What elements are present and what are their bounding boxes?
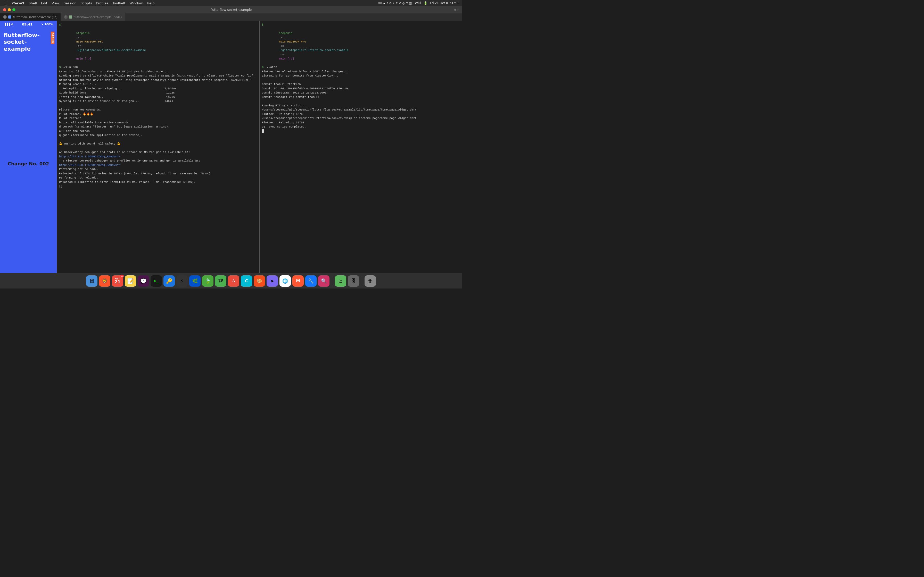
- phone-app-title: flutterflow-socket-example: [0, 28, 57, 54]
- dock-maps[interactable]: 🗺: [215, 276, 226, 287]
- term-right-blank1: [262, 78, 460, 82]
- term-right-commit-id: Commit ID: 06cb29e856f6b6cad500090721d94…: [262, 87, 460, 91]
- dock-trash[interactable]: 🗑: [365, 276, 376, 287]
- phone-content: Change No. 002: [0, 54, 57, 273]
- term-right-cmd: $ ./watch: [262, 65, 460, 69]
- dock-artstudio[interactable]: A: [228, 276, 239, 287]
- term-left-null: 💪 Running with sound null safety 💪: [59, 142, 257, 146]
- dock-miro[interactable]: M: [292, 276, 304, 287]
- wifi-status: WiFi: [415, 1, 421, 5]
- phone-signal: ▐▐▐ ⊕: [3, 23, 13, 26]
- term-left-prompt2: stepanic at ms16-MacBook-Pro in ~/git/st…: [59, 27, 257, 65]
- term-left-l14: c Clear the screen: [59, 129, 257, 134]
- tab-node[interactable]: ✕ flutterflow-socket-example (node): [61, 13, 125, 21]
- dock-notes[interactable]: 📝: [125, 276, 136, 287]
- menubar:  iTerm2 Shell Edit View Session Scripts…: [0, 0, 462, 6]
- tab-lib-label: flutterflow-socket-example (lib): [13, 15, 58, 19]
- term-left-reloaded1: Reloaded 1 of 1174 libraries in 447ms (c…: [59, 172, 257, 176]
- term-right-prompt1: $: [262, 23, 460, 27]
- dock-xcode[interactable]: 🔧: [305, 276, 317, 287]
- dock-fileapp[interactable]: 🗄: [348, 276, 359, 287]
- traffic-lights: [3, 8, 16, 11]
- dock-rquickey[interactable]: 🔍: [318, 276, 330, 287]
- term-left-reload1: Performing hot reload...: [59, 167, 257, 172]
- menubar-edit[interactable]: Edit: [39, 0, 50, 6]
- term-right-git-done: GIT sync script completed.: [262, 125, 460, 129]
- maximize-button[interactable]: [12, 8, 16, 11]
- term-right-flutter1: Flutter - Reloading 62768: [262, 112, 460, 116]
- dock-sourcetree[interactable]: 🌿: [189, 276, 200, 287]
- menubar-iterm2[interactable]: iTerm2: [10, 0, 27, 6]
- dock-carbonfin[interactable]: C: [241, 276, 252, 287]
- term-right-l2: Listening for GIT commits from FlutterFl…: [262, 74, 460, 78]
- dock-powerapp[interactable]: ⚡: [176, 276, 188, 287]
- term-left-l3: Signing iOS app for device deployment us…: [59, 78, 257, 82]
- dock-slack[interactable]: 💬: [138, 276, 149, 287]
- term-left-blank2: [59, 137, 257, 142]
- term-left-l8: Syncing files to device iPhone SE MS 2nd…: [59, 99, 257, 103]
- term-left-devtools1: The Flutter DevTools debugger and profil…: [59, 159, 257, 163]
- dock-1password[interactable]: 🔑: [163, 276, 175, 287]
- menubar-window[interactable]: Window: [128, 0, 145, 6]
- apple-menu[interactable]: : [2, 0, 10, 6]
- signal-icon: ▐▐▐: [3, 23, 10, 26]
- dock-calendar-badge: 1: [120, 275, 124, 277]
- phone-battery: 100%: [44, 23, 53, 26]
- menubar-scripts[interactable]: Scripts: [78, 0, 94, 6]
- dock-fork[interactable]: ➤: [267, 276, 278, 287]
- term-right-commit-ts: Commit Timestamp: 2022-10-20T23:37:00Z: [262, 91, 460, 95]
- phone-simulator: ▐▐▐ ⊕ 09:41 ➤ 100% flutterflow-socket-ex…: [0, 21, 57, 273]
- terminals-container: $ stepanic at ms16-MacBook-Pro in ~/git/…: [57, 21, 462, 273]
- window-shortcut: ⌘↵: [454, 8, 459, 11]
- term-right-path1: /Users/stepanic/git/stepanic/flutterflow…: [262, 108, 460, 112]
- dock-iterm[interactable]: >_: [150, 276, 162, 287]
- dock-calendar[interactable]: OCT 21 1: [112, 276, 123, 287]
- dock-chrome[interactable]: 🌐: [279, 276, 291, 287]
- menubar-profiles[interactable]: Profiles: [94, 0, 110, 6]
- dock-separator2: [362, 276, 362, 286]
- term-right-cursor: [262, 129, 460, 134]
- wifi-icon: ⊕: [11, 23, 13, 26]
- window-titlebar: flutterflow-socket-example ⌘↵: [0, 6, 462, 13]
- term-right-l1: Flutter hotreload watch for a DART files…: [262, 69, 460, 74]
- term-left-cmd: $ ./run 000: [59, 65, 257, 69]
- term-left-obs1: An Observatory debugger and profiler on …: [59, 150, 257, 155]
- term-right-flutter2: Flutter - Reloading 62768: [262, 121, 460, 125]
- menubar-session[interactable]: Session: [61, 0, 79, 6]
- phone-time: 09:41: [22, 23, 32, 26]
- dock-figma[interactable]: 🎨: [254, 276, 265, 287]
- menubar-icons: ⌨ ☁ ♪ ⚙ ✦ ⟳ ⊕ ◎ ⊞ ◫: [378, 2, 413, 5]
- term-left-blank1: [59, 103, 257, 108]
- term-left-l12: h List all available interactive command…: [59, 121, 257, 125]
- menubar-help[interactable]: Help: [145, 0, 157, 6]
- menubar-shell[interactable]: Shell: [27, 0, 39, 6]
- term-left-l4: Running Xcode build...: [59, 82, 257, 87]
- tab-icon-node: [69, 15, 72, 19]
- close-button[interactable]: [3, 8, 6, 11]
- battery-status: 🔋: [423, 1, 428, 5]
- tab-lib[interactable]: ✕ flutterflow-socket-example (lib): [0, 13, 61, 21]
- terminal-right[interactable]: $ stepanic at ms16-MacBook-Pro in ~/git/…: [260, 21, 462, 273]
- term-left-bracket: []: [59, 184, 257, 189]
- change-number: Change No. 002: [8, 161, 49, 166]
- menubar-right: ⌨ ☁ ♪ ⚙ ✦ ⟳ ⊕ ◎ ⊞ ◫ WiFi 🔋 Fri 21 Oct 01…: [378, 1, 460, 5]
- dock-brave[interactable]: 🦁: [99, 276, 110, 287]
- minimize-button[interactable]: [8, 8, 11, 11]
- phone-status-bar: ▐▐▐ ⊕ 09:41 ➤ 100%: [0, 21, 57, 28]
- term-right-commit-msg: Commit Message: 2nd commit from FF: [262, 95, 460, 100]
- term-left-devtools2: http://127.0.0.1:59905/XVbg_BAmoVs=/: [59, 163, 257, 168]
- content-area: ▐▐▐ ⊕ 09:41 ➤ 100% flutterflow-socket-ex…: [0, 21, 462, 273]
- dock-lexi[interactable]: 🗂: [335, 276, 346, 287]
- dock-finder[interactable]: 🖥: [86, 276, 97, 287]
- terminal-left[interactable]: $ stepanic at ms16-MacBook-Pro in ~/git/…: [57, 21, 259, 273]
- term-right-commit-from: Commit from FlutterFlow: [262, 82, 460, 87]
- term-left-l1: Launching lib/main.dart on iPhone SE MS …: [59, 69, 257, 74]
- menubar-toolbelt[interactable]: Toolbelt: [110, 0, 128, 6]
- dock-robomongo[interactable]: 🍃: [202, 276, 213, 287]
- tab-close-icon[interactable]: ✕: [3, 15, 7, 19]
- term-left-l11: R Hot restart.: [59, 116, 257, 121]
- datetime-display: Fri 21 Oct 01:37:11: [430, 1, 460, 5]
- menubar-view[interactable]: View: [50, 0, 61, 6]
- term-left-reload2: Performing hot reload...: [59, 176, 257, 180]
- tab-node-close-icon[interactable]: ✕: [64, 15, 68, 19]
